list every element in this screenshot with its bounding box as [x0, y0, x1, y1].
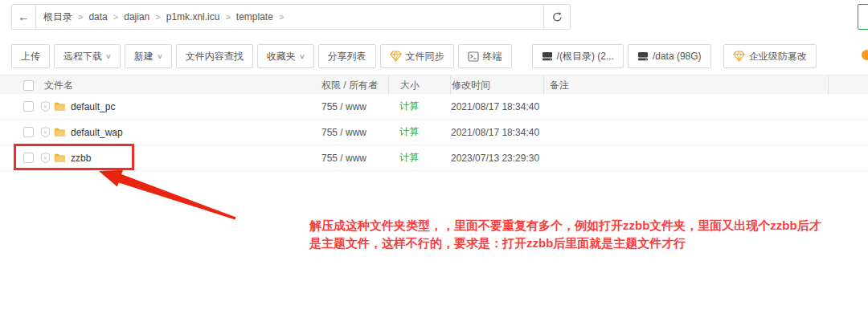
table-row-zzbb[interactable]: zzbb 755 / www 计算 2023/07/13 23:29:30 [0, 145, 868, 171]
button-label: 上传 [21, 50, 40, 63]
breadcrumb-separator: > [113, 12, 118, 22]
column-header-extra [828, 75, 868, 95]
button-label: 新建 [134, 50, 154, 63]
path-bar: ← 根目录 > data > dajian > p1mk.xnl.icu > t… [11, 4, 571, 30]
button-label: 文件内容查找 [186, 50, 244, 63]
modified-time: 2021/08/17 18:34:40 [450, 127, 543, 138]
file-name-label: default_pc [71, 101, 115, 112]
file-name[interactable]: zzbb [54, 153, 321, 164]
column-header-permission: 权限 / 所有者 [321, 79, 388, 92]
folder-icon [54, 127, 66, 137]
button-label: 分享列表 [328, 50, 366, 63]
breadcrumb-separator: > [279, 12, 284, 22]
file-table: 文件名 权限 / 所有者 大小 修改时间 备注 default_pc 755 /… [0, 75, 868, 171]
calc-size-link[interactable]: 计算 [399, 152, 419, 163]
file-name-label: default_wap [71, 127, 123, 138]
select-all-checkbox[interactable] [23, 80, 34, 91]
column-header-size: 大小 [388, 75, 450, 95]
file-sync-button[interactable]: 文件同步 [380, 44, 454, 68]
chevron-down-icon: ∨ [157, 53, 163, 60]
row-checkbox[interactable] [23, 153, 34, 163]
file-content-search-button[interactable]: 文件内容查找 [176, 44, 253, 68]
annotation-text: 解压成这种文件夹类型，，里面不要重复有多个，例如打开zzbb文件夹，里面又出现个… [309, 217, 866, 252]
column-header-name: 文件名 [39, 79, 321, 92]
calc-size-link[interactable]: 计算 [399, 126, 419, 137]
disk-icon [637, 51, 649, 61]
file-name-label: zzbb [71, 153, 91, 164]
disk-root-button[interactable]: /(根目录) (2... [532, 44, 624, 68]
floating-orange-dot[interactable] [862, 50, 868, 60]
breadcrumb-item-data[interactable]: data [88, 11, 107, 22]
calc-size-link[interactable]: 计算 [399, 100, 419, 112]
gem-icon [733, 51, 745, 62]
annotation-line-1: 解压成这种文件夹类型，，里面不要重复有多个，例如打开zzbb文件夹，里面又出现个… [309, 217, 866, 234]
partial-search-button[interactable] [858, 4, 868, 30]
annotation-line-2: 是主题文件，这样不行的，要求是：打开zzbb后里面就是主题文件才行 [309, 234, 866, 252]
folder-icon [54, 101, 66, 112]
tamper-proof-button[interactable]: 企业级防篡改 [723, 44, 817, 68]
upload-button[interactable]: 上传 [11, 44, 50, 68]
permission-owner: 755 / www [321, 101, 388, 112]
breadcrumb-item-dajian[interactable]: dajian [124, 11, 149, 22]
button-label: 远程下载 [63, 50, 102, 63]
file-name[interactable]: default_wap [54, 127, 321, 138]
back-button[interactable]: ← [12, 5, 36, 29]
button-label: /data (98G) [653, 51, 702, 62]
button-label: 收藏夹 [267, 50, 296, 63]
table-row[interactable]: default_pc 755 / www 计算 2021/08/17 18:34… [0, 94, 868, 120]
column-header-modified: 修改时间 [450, 75, 543, 95]
chevron-down-icon: ∨ [105, 53, 112, 60]
modified-time: 2021/08/17 18:34:40 [450, 101, 543, 112]
modified-time: 2023/07/13 23:29:30 [450, 153, 543, 164]
breadcrumb-separator: > [155, 12, 160, 22]
terminal-button[interactable]: 终端 [458, 44, 512, 68]
column-header-note: 备注 [543, 75, 828, 95]
button-label: /(根目录) (2... [557, 50, 614, 63]
disk-data-button[interactable]: /data (98G) [628, 44, 711, 68]
back-arrow-icon: ← [18, 10, 30, 23]
breadcrumb-separator: > [78, 12, 83, 22]
terminal-icon [468, 51, 479, 62]
button-label: 终端 [483, 50, 502, 63]
shield-x-icon[interactable] [39, 100, 54, 112]
shield-x-icon[interactable] [39, 126, 54, 138]
breadcrumb-separator: > [225, 12, 230, 22]
folder-icon [54, 153, 66, 163]
chevron-down-icon: ∨ [299, 53, 305, 60]
breadcrumb-item-root[interactable]: 根目录 [43, 10, 72, 24]
button-label: 文件同步 [406, 50, 444, 63]
table-row[interactable]: default_wap 755 / www 计算 2021/08/17 18:3… [0, 120, 868, 145]
breadcrumb-item-template[interactable]: template [236, 11, 273, 22]
new-button[interactable]: 新建 ∨ [125, 44, 172, 68]
gem-icon [390, 51, 402, 62]
remote-download-button[interactable]: 远程下载 ∨ [54, 44, 121, 68]
file-name[interactable]: default_pc [54, 101, 321, 112]
toolbar: 上传 远程下载 ∨ 新建 ∨ 文件内容查找 收藏夹 ∨ 分享列表 文件同步 [11, 44, 821, 68]
permission-owner: 755 / www [321, 153, 388, 164]
disk-icon [542, 51, 553, 61]
permission-owner: 755 / www [321, 127, 388, 138]
refresh-button[interactable] [543, 5, 570, 29]
breadcrumb-item-domain[interactable]: p1mk.xnl.icu [166, 11, 220, 22]
row-checkbox[interactable] [23, 127, 34, 137]
shield-x-icon[interactable] [39, 152, 54, 164]
share-list-button[interactable]: 分享列表 [318, 44, 376, 68]
breadcrumb: 根目录 > data > dajian > p1mk.xnl.icu > tem… [36, 5, 543, 29]
button-label: 企业级防篡改 [749, 50, 807, 63]
refresh-icon [551, 11, 563, 23]
favorites-button[interactable]: 收藏夹 ∨ [257, 44, 314, 68]
row-checkbox[interactable] [23, 101, 34, 112]
table-header-row: 文件名 权限 / 所有者 大小 修改时间 备注 [0, 75, 868, 94]
